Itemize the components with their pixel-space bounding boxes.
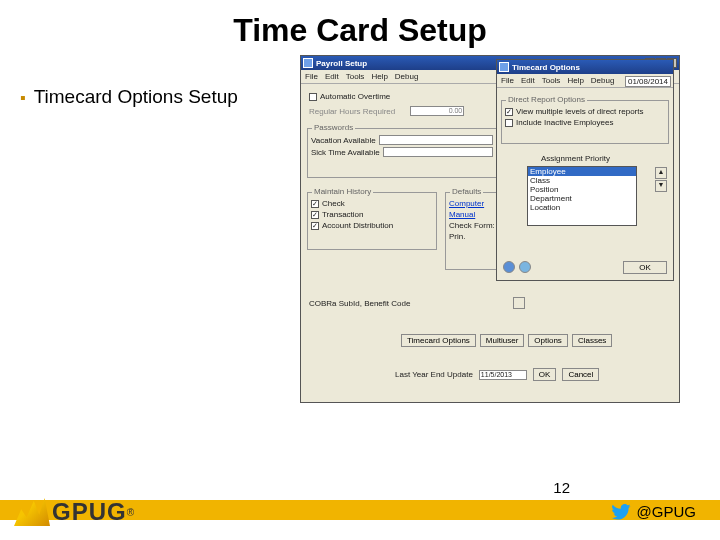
sick-label: Sick Time Available	[311, 148, 380, 157]
menu-tools[interactable]: Tools	[346, 72, 365, 81]
distribution-label: Account Distribution	[322, 221, 393, 230]
list-item[interactable]: Position	[528, 185, 636, 194]
date-field[interactable]: 01/08/2014	[625, 76, 671, 87]
menu-debug[interactable]: Debug	[395, 72, 419, 81]
multiple-levels-checkbox[interactable]: ✓	[505, 108, 513, 116]
priority-listbox[interactable]: Employee Class Position Department Locat…	[527, 166, 637, 226]
list-item[interactable]: Department	[528, 194, 636, 203]
menu-debug[interactable]: Debug	[591, 76, 615, 85]
menu-file[interactable]: File	[501, 76, 514, 85]
flame-icon	[14, 498, 50, 526]
bullet-list: ▪ Timecard Options Setup	[20, 55, 250, 425]
computer-link[interactable]: Computer	[449, 199, 484, 208]
check-checkbox[interactable]: ✓	[311, 200, 319, 208]
options-button[interactable]: Options	[528, 334, 568, 347]
check-form-label: Check Form:	[449, 221, 495, 230]
handle-text: @GPUG	[637, 503, 696, 520]
menu-edit[interactable]: Edit	[325, 72, 339, 81]
distribution-checkbox[interactable]: ✓	[311, 222, 319, 230]
bullet-text: Timecard Options Setup	[34, 85, 238, 110]
lookup-button[interactable]	[513, 297, 525, 309]
menubar: File Edit Tools Help Debug 01/08/2014	[497, 74, 673, 88]
slide-footer: GPUG ® 12 @GPUG	[0, 480, 720, 540]
list-item[interactable]: Class	[528, 176, 636, 185]
regular-hours-label: Regular Hours Required	[309, 107, 395, 116]
titlebar: Timecard Options	[497, 60, 673, 74]
menu-help[interactable]: Help	[371, 72, 387, 81]
sick-field[interactable]	[383, 147, 493, 157]
vacation-field[interactable]	[379, 135, 493, 145]
move-up-button[interactable]: ▲	[655, 167, 667, 179]
transaction-label: Transaction	[322, 210, 364, 219]
move-down-button[interactable]: ▼	[655, 180, 667, 192]
menu-file[interactable]: File	[305, 72, 318, 81]
app-icon	[499, 62, 509, 72]
menu-help[interactable]: Help	[567, 76, 583, 85]
include-inactive-checkbox[interactable]	[505, 119, 513, 127]
slide-title: Time Card Setup	[0, 0, 720, 55]
last-update-label: Last Year End Update	[395, 370, 473, 379]
vacation-label: Vacation Available	[311, 136, 376, 145]
globe-icon[interactable]	[503, 261, 515, 273]
menu-edit[interactable]: Edit	[521, 76, 535, 85]
window-title: Timecard Options	[512, 63, 671, 72]
cobra-label: COBRa SubId, Benefit Code	[309, 299, 410, 308]
twitter-icon	[611, 504, 631, 520]
screenshots: Payroll Setup _ ▢ X File Edit Tools Help…	[300, 55, 700, 425]
multiple-levels-label: View multiple levels of direct reports	[516, 107, 643, 116]
automatic-overtime-label: Automatic Overtime	[320, 92, 390, 101]
timecard-options-button[interactable]: Timecard Options	[401, 334, 476, 347]
list-item[interactable]: Employee	[528, 167, 636, 176]
regular-hours-field[interactable]: 0.00	[410, 106, 464, 116]
automatic-overtime-checkbox[interactable]	[309, 93, 317, 101]
defaults-label: Defaults	[450, 187, 483, 196]
assignment-priority-label: Assignment Priority	[541, 154, 610, 163]
list-item[interactable]: Location	[528, 203, 636, 212]
prin-label: Prin.	[449, 232, 465, 241]
transaction-checkbox[interactable]: ✓	[311, 211, 319, 219]
logo-text: GPUG	[52, 498, 127, 526]
history-label: Maintain History	[312, 187, 373, 196]
direct-report-label: Direct Report Options	[506, 95, 587, 104]
cancel-button[interactable]: Cancel	[562, 368, 599, 381]
help-icon[interactable]	[519, 261, 531, 273]
check-label: Check	[322, 199, 345, 208]
app-icon	[303, 58, 313, 68]
gpug-logo: GPUG ®	[14, 498, 134, 526]
twitter-handle: @GPUG	[611, 503, 696, 520]
ok-button[interactable]: OK	[623, 261, 667, 274]
page-number: 12	[553, 479, 570, 496]
classes-button[interactable]: Classes	[572, 334, 612, 347]
passwords-label: Passwords	[312, 123, 355, 132]
ok-button[interactable]: OK	[533, 368, 557, 381]
menu-tools[interactable]: Tools	[542, 76, 561, 85]
registered-icon: ®	[127, 507, 134, 518]
last-update-field[interactable]: 11/5/2013	[479, 370, 527, 380]
bullet-icon: ▪	[20, 85, 26, 109]
timecard-options-window: Timecard Options File Edit Tools Help De…	[496, 59, 674, 281]
multiuser-button[interactable]: Multiuser	[480, 334, 524, 347]
include-inactive-label: Include Inactive Employees	[516, 118, 613, 127]
manual-link[interactable]: Manual	[449, 210, 475, 219]
